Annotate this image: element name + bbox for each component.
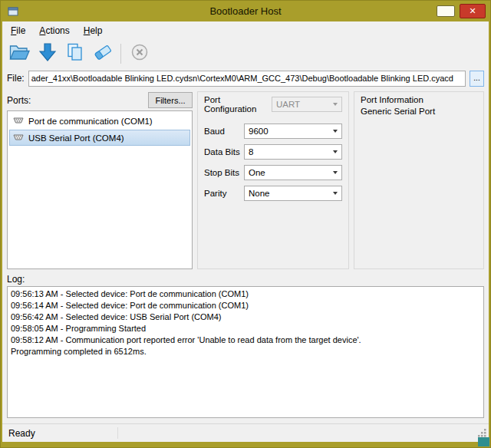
toolbar-separator <box>120 44 121 64</box>
serial-port-icon <box>13 116 24 127</box>
bootloader-host-window: Bootloader Host ✕ File Actions Help <box>0 0 491 448</box>
port-configuration-group: Port Configuration UART Baud 9600 <box>197 91 349 269</box>
erase-button[interactable] <box>90 41 115 66</box>
chevron-down-icon <box>329 192 341 195</box>
eraser-icon <box>93 43 113 64</box>
baud-value: 9600 <box>249 127 269 136</box>
verify-button[interactable] <box>62 41 87 66</box>
program-button[interactable] <box>35 41 60 66</box>
filters-button[interactable]: Filters... <box>148 92 193 108</box>
baud-label: Baud <box>204 127 244 136</box>
window-title: Bootloader Host <box>1 5 490 17</box>
data-bits-row: Data Bits 8 <box>204 144 342 160</box>
menubar: File Actions Help <box>2 21 489 39</box>
stop-bits-row: Stop Bits One <box>204 165 342 180</box>
baud-row: Baud 9600 <box>204 124 342 139</box>
parity-value: None <box>249 189 270 198</box>
open-folder-icon <box>9 44 30 64</box>
status-separator <box>117 427 118 439</box>
port-information-title: Port Information <box>361 95 477 104</box>
middle-section: Ports: Filters... <box>7 91 484 269</box>
chevron-down-icon <box>329 103 341 106</box>
log-line: Programming completed in 6512ms. <box>11 346 480 357</box>
file-path-input[interactable] <box>28 71 466 87</box>
stop-bits-select[interactable]: One <box>244 165 342 180</box>
parity-row: Parity None <box>204 186 342 201</box>
desktop-corner <box>478 437 489 446</box>
parity-select[interactable]: None <box>244 186 342 201</box>
port-information-text: Generic Serial Port <box>361 107 477 116</box>
port-item-com1[interactable]: Port de communication (COM1) <box>9 113 190 130</box>
titlebar[interactable]: Bootloader Host ✕ <box>1 1 490 21</box>
protocol-select: UART <box>272 97 342 112</box>
ports-header: Ports: Filters... <box>7 91 193 109</box>
abort-button <box>127 41 152 66</box>
port-item-com4[interactable]: USB Serial Port (COM4) <box>9 130 190 146</box>
stop-bits-label: Stop Bits <box>204 168 244 177</box>
port-configuration-title: Port Configuration <box>204 95 272 114</box>
port-information-group: Port Information Generic Serial Port <box>354 91 484 269</box>
log-line: 09:58:12 AM - Communication port reporte… <box>11 334 480 346</box>
log-line: 09:56:42 AM - Selected device: USB Seria… <box>11 311 480 323</box>
abort-circle-icon <box>130 43 149 64</box>
menu-file[interactable]: File <box>4 23 32 38</box>
port-configuration-header: Port Configuration UART <box>204 95 342 114</box>
minimize-button[interactable] <box>437 5 455 17</box>
baud-select[interactable]: 9600 <box>244 124 342 139</box>
log-label: Log: <box>7 274 484 285</box>
chevron-down-icon <box>329 150 341 153</box>
stop-bits-value: One <box>249 168 265 177</box>
chevron-down-icon <box>329 130 341 133</box>
status-bar: Ready <box>2 423 489 442</box>
browse-button[interactable]: ... <box>470 71 484 87</box>
log-line: 09:56:14 AM - Selected device: Port de c… <box>11 300 480 311</box>
menu-actions[interactable]: Actions <box>32 23 76 38</box>
log-line: 09:58:05 AM - Programming Started <box>11 323 480 334</box>
data-bits-label: Data Bits <box>204 147 244 156</box>
toolbar <box>2 39 489 68</box>
parity-label: Parity <box>204 189 244 198</box>
ports-column: Ports: Filters... <box>7 91 193 269</box>
chevron-down-icon <box>329 171 341 174</box>
close-button[interactable]: ✕ <box>460 4 486 18</box>
data-bits-select[interactable]: 8 <box>244 144 342 160</box>
log-line: 09:56:13 AM - Selected device: Port de c… <box>11 288 480 300</box>
log-output[interactable]: 09:56:13 AM - Selected device: Port de c… <box>7 286 484 418</box>
status-text: Ready <box>8 428 35 439</box>
file-row: File: ... <box>7 70 484 87</box>
app-icon <box>7 5 19 18</box>
port-item-label: Port de communication (COM1) <box>28 117 153 126</box>
protocol-value: UART <box>276 100 300 109</box>
open-file-button[interactable] <box>7 41 32 66</box>
menu-help[interactable]: Help <box>77 23 110 38</box>
copy-pages-icon <box>66 43 84 64</box>
serial-port-icon <box>13 133 24 143</box>
data-bits-value: 8 <box>249 147 253 156</box>
caption-buttons: ✕ <box>437 4 486 18</box>
download-arrow-icon <box>39 43 56 64</box>
ports-label: Ports: <box>7 95 31 106</box>
port-configuration-fields: Baud 9600 Data Bits 8 <box>204 124 342 201</box>
client-area: File Actions Help <box>2 21 489 442</box>
port-item-label: USB Serial Port (COM4) <box>28 133 124 143</box>
ports-list[interactable]: Port de communication (COM1) <box>7 110 193 269</box>
file-label: File: <box>7 73 25 84</box>
